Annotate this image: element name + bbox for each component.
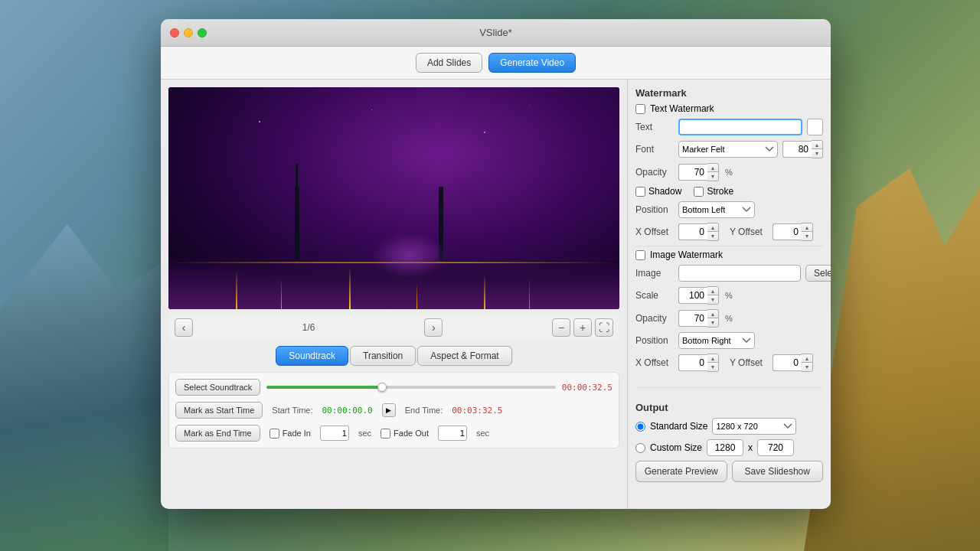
- font-size-down[interactable]: ▼: [812, 149, 822, 158]
- img-y-offset-stepper: ▲ ▼: [773, 354, 813, 372]
- tab-transition[interactable]: Transition: [350, 346, 416, 366]
- image-path-input[interactable]: [678, 265, 801, 282]
- standard-size-label: Standard Size: [650, 421, 707, 432]
- y-offset-up[interactable]: ▲: [802, 223, 812, 232]
- image-watermark-label: Image Watermark: [650, 249, 723, 260]
- main-content: ‹ 1/6 › − + ⛶ Soundtrack Transition Asp: [161, 80, 831, 509]
- image-input-row: Image Select: [635, 265, 823, 282]
- opacity-unit: %: [725, 168, 733, 177]
- output-section: Output Standard Size 980 x 551 1920 x 1…: [635, 402, 823, 482]
- font-size-input[interactable]: [782, 141, 812, 158]
- img-position-row: Position Bottom Right Bottom Left Top Le…: [635, 332, 823, 349]
- x-offset-input[interactable]: [678, 223, 707, 240]
- tab-aspect-format[interactable]: Aspect & Format: [417, 346, 511, 366]
- opacity-down[interactable]: ▼: [707, 172, 718, 181]
- text-position-select[interactable]: Bottom Left Bottom Right Top Left Top Ri…: [678, 201, 755, 218]
- y-offset-down[interactable]: ▼: [802, 232, 812, 240]
- custom-width-input[interactable]: [707, 439, 743, 456]
- img-opacity-up[interactable]: ▲: [707, 310, 718, 318]
- total-time-display: 00:00:32.5: [562, 383, 612, 393]
- minimize-button[interactable]: [184, 28, 193, 37]
- img-x-offset-stepper: ▲ ▼: [678, 354, 719, 372]
- custom-height-input[interactable]: [757, 439, 794, 456]
- watermark-title: Watermark: [635, 87, 823, 99]
- font-select[interactable]: Marker Felt: [678, 141, 778, 158]
- shadow-stroke-row: Shadow Stroke: [635, 186, 823, 197]
- text-color-swatch[interactable]: [807, 119, 823, 135]
- x-offset-down[interactable]: ▼: [707, 232, 718, 240]
- shadow-checkbox[interactable]: [635, 187, 645, 197]
- mark-end-time-button[interactable]: Mark as End Time: [175, 425, 260, 442]
- img-y-offset-input[interactable]: [773, 354, 802, 371]
- zoom-fit-button[interactable]: ⛶: [595, 318, 613, 337]
- text-position-label: Position: [635, 204, 674, 215]
- fade-out-input[interactable]: [438, 425, 467, 441]
- scale-down[interactable]: ▼: [707, 295, 718, 304]
- img-position-select[interactable]: Bottom Right Bottom Left Top Left Top Ri…: [678, 332, 755, 349]
- fade-in-input[interactable]: [320, 425, 349, 441]
- soundtrack-panel: Select Soundtrack 00:00:32.5 Mark as Sta…: [168, 372, 619, 448]
- start-time-value: 00:00:00.0: [322, 406, 372, 416]
- img-opacity-stepper: ▲ ▼: [678, 309, 719, 328]
- maximize-button[interactable]: [198, 28, 207, 37]
- end-time-value: 00:03:32.5: [452, 406, 502, 416]
- standard-size-radio[interactable]: [635, 422, 645, 432]
- img-opacity-label: Opacity: [635, 313, 674, 324]
- standard-size-select[interactable]: 980 x 551 1920 x 1080 640 x 480: [712, 418, 796, 435]
- scale-input[interactable]: [678, 287, 707, 304]
- opacity-input[interactable]: [678, 164, 707, 181]
- generate-video-button[interactable]: Generate Video: [488, 53, 576, 73]
- fade-in-checkbox[interactable]: [270, 429, 279, 439]
- x-offset-up[interactable]: ▲: [707, 223, 718, 232]
- select-soundtrack-button[interactable]: Select Soundtrack: [175, 379, 260, 396]
- img-x-offset-down[interactable]: ▼: [707, 363, 718, 371]
- zoom-controls: − + ⛶: [552, 318, 613, 337]
- audio-slider[interactable]: [266, 381, 555, 393]
- scale-up[interactable]: ▲: [707, 287, 718, 295]
- image-watermark-checkbox[interactable]: [635, 250, 645, 260]
- y-offset-input[interactable]: [773, 223, 802, 240]
- opacity-up[interactable]: ▲: [707, 164, 718, 172]
- prev-slide-button[interactable]: ‹: [175, 318, 193, 337]
- fade-in-label: Fade In: [270, 429, 311, 439]
- main-window: VSlide* Add Slides Generate Video: [161, 19, 831, 509]
- text-watermark-checkbox[interactable]: [635, 104, 645, 114]
- tab-soundtrack[interactable]: Soundtrack: [276, 346, 348, 366]
- img-y-offset-up[interactable]: ▲: [802, 354, 812, 363]
- add-slides-button[interactable]: Add Slides: [416, 53, 482, 73]
- stroke-checkbox[interactable]: [694, 187, 704, 197]
- fade-out-checkbox[interactable]: [381, 429, 390, 439]
- zoom-in-button[interactable]: +: [573, 318, 592, 337]
- x-offset-label: X Offset: [635, 227, 674, 237]
- image-select-button[interactable]: Select: [805, 265, 831, 282]
- close-button[interactable]: [170, 28, 179, 37]
- custom-size-label: Custom Size: [650, 442, 702, 453]
- generate-preview-button[interactable]: Generate Preview: [635, 461, 727, 482]
- standard-size-row: Standard Size 980 x 551 1920 x 1080 640…: [635, 418, 823, 435]
- img-x-offset-input[interactable]: [678, 354, 707, 371]
- image-label: Image: [635, 268, 674, 279]
- title-bar: VSlide*: [161, 19, 831, 47]
- opacity-stepper: ▲ ▼: [678, 163, 719, 181]
- watermark-text-input[interactable]: [678, 119, 802, 135]
- mark-start-time-button[interactable]: Mark as Start Time: [175, 402, 263, 419]
- custom-size-radio[interactable]: [635, 443, 645, 453]
- scale-stepper: ▲ ▼: [678, 286, 719, 305]
- opacity-label: Opacity: [635, 167, 674, 178]
- next-slide-button[interactable]: ›: [424, 318, 443, 337]
- bottom-buttons: Generate Preview Save Slideshow: [635, 461, 823, 482]
- img-x-offset-up[interactable]: ▲: [707, 354, 718, 363]
- scale-arrows: ▲ ▼: [707, 286, 719, 305]
- img-y-offset-down[interactable]: ▼: [802, 363, 812, 371]
- img-opacity-input[interactable]: [678, 310, 707, 327]
- slide-counter: 1/6: [302, 322, 315, 333]
- font-size-up[interactable]: ▲: [812, 141, 822, 149]
- zoom-out-button[interactable]: −: [552, 318, 570, 337]
- text-watermark-row: Text Watermark: [635, 103, 823, 114]
- play-start-button[interactable]: ▶: [382, 403, 396, 417]
- right-panel: Watermark Text Watermark Text Font Mark: [628, 80, 831, 509]
- text-watermark-label: Text Watermark: [650, 103, 714, 114]
- save-slideshow-button[interactable]: Save Slideshow: [732, 461, 824, 482]
- scale-unit: %: [725, 291, 733, 300]
- img-opacity-down[interactable]: ▼: [707, 318, 718, 327]
